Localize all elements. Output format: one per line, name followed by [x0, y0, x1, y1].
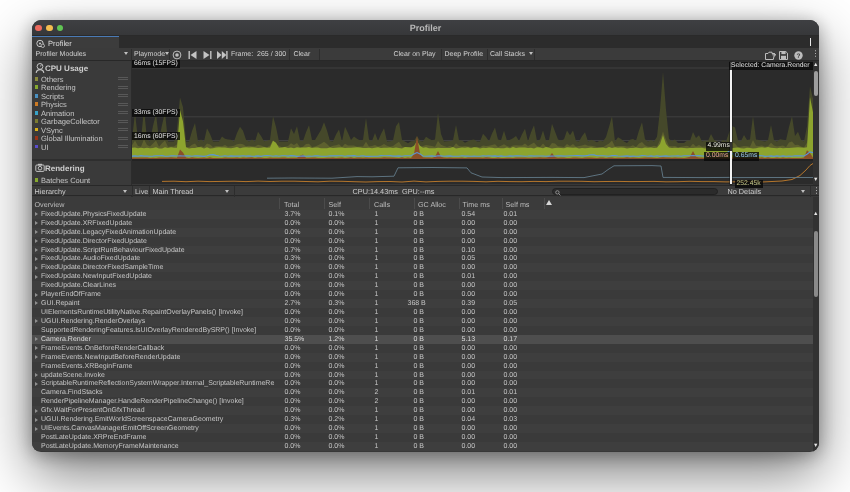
svg-text:?: ? — [796, 52, 800, 59]
